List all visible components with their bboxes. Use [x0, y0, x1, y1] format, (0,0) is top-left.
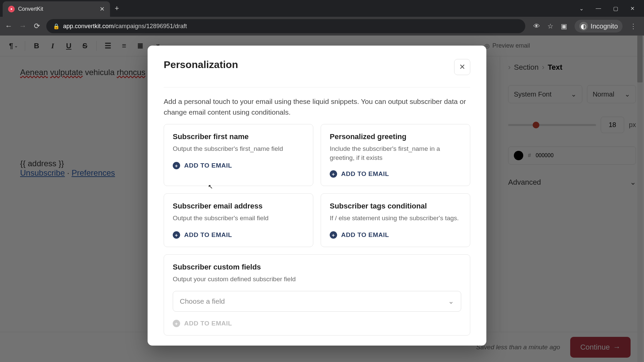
reload-button[interactable]: ⟳	[32, 22, 42, 31]
incognito-badge[interactable]: ◐ Incognito	[575, 20, 623, 33]
lock-icon: 🔒	[53, 23, 60, 29]
window-controls: ⌄ ― ▢ ✕	[579, 5, 641, 12]
custom-field-select[interactable]: Choose a field ⌄	[173, 291, 461, 312]
modal-description: Add a personal touch to your email using…	[164, 87, 470, 124]
card-subscriber-first-name: Subscriber first name Output the subscri…	[164, 124, 313, 186]
url-bar[interactable]: 🔒 app.convertkit.com/campaigns/12896951/…	[46, 19, 525, 33]
back-button[interactable]: ←	[4, 22, 13, 31]
bookmark-icon[interactable]: ☆	[547, 22, 553, 30]
card-custom-fields: Subscriber custom fields Output your cus…	[164, 254, 470, 336]
favicon	[8, 6, 15, 12]
add-to-email-button[interactable]: + ADD TO EMAIL	[173, 162, 304, 169]
close-tab-icon[interactable]: ✕	[100, 5, 105, 13]
modal-close-button[interactable]: ✕	[454, 59, 470, 75]
tab-title: ConvertKit	[18, 6, 96, 12]
plus-circle-icon: +	[173, 231, 180, 239]
card-tags-conditional: Subscriber tags conditional If / else st…	[321, 193, 470, 247]
card-desc: Include the subscriber's first_name in a…	[330, 144, 461, 162]
page: ¶ ⌄ B I U S ☰ ≡ ≣ ⇥ ◎ Preview email Aene…	[0, 36, 644, 362]
plus-circle-icon: +	[173, 162, 180, 169]
modal-title: Personalization	[164, 59, 238, 70]
address-bar: ← → ⟳ 🔒 app.convertkit.com/campaigns/128…	[0, 17, 644, 36]
minimize-icon[interactable]: ―	[596, 5, 601, 12]
card-title: Subscriber custom fields	[173, 263, 461, 272]
new-tab-button[interactable]: +	[115, 4, 119, 13]
card-title: Subscriber first name	[173, 132, 304, 141]
plus-circle-icon: +	[330, 231, 337, 239]
maximize-icon[interactable]: ▢	[613, 5, 618, 12]
card-desc: If / else statement using the subscriber…	[330, 214, 461, 223]
add-to-email-button[interactable]: + ADD TO EMAIL	[173, 231, 304, 239]
card-desc: Output your custom defined subscriber fi…	[173, 275, 461, 284]
close-window-icon[interactable]: ✕	[630, 5, 635, 12]
add-to-email-button[interactable]: + ADD TO EMAIL	[330, 170, 461, 178]
card-subscriber-email: Subscriber email address Output the subs…	[164, 193, 313, 247]
plus-circle-icon: +	[330, 170, 337, 178]
tabs-dropdown-icon[interactable]: ⌄	[579, 5, 584, 12]
card-title: Personalized greeting	[330, 132, 461, 141]
menu-icon[interactable]: ⋮	[630, 22, 637, 30]
browser-tab[interactable]: ConvertKit ✕	[3, 1, 110, 17]
card-title: Subscriber email address	[173, 202, 304, 210]
browser-chrome: ConvertKit ✕ + ⌄ ― ▢ ✕ ← → ⟳ 🔒 app.conve…	[0, 0, 644, 36]
plus-circle-icon: +	[173, 320, 180, 327]
add-to-email-button[interactable]: + ADD TO EMAIL	[330, 231, 461, 239]
close-icon: ✕	[459, 63, 465, 71]
add-to-email-button-disabled: + ADD TO EMAIL	[173, 320, 461, 327]
card-title: Subscriber tags conditional	[330, 202, 461, 210]
card-desc: Output the subscriber's first_name field	[173, 144, 304, 154]
url-text: app.convertkit.com/campaigns/12896951/dr…	[63, 23, 187, 30]
tab-bar: ConvertKit ✕ + ⌄ ― ▢ ✕	[0, 0, 644, 17]
incognito-icon: ◐	[579, 22, 588, 31]
eye-off-icon[interactable]: 👁	[533, 22, 540, 30]
card-personalized-greeting: Personalized greeting Include the subscr…	[321, 124, 470, 186]
chevron-down-icon: ⌄	[448, 297, 454, 305]
forward-button[interactable]: →	[18, 22, 28, 31]
card-desc: Output the subscriber's email field	[173, 214, 304, 223]
panel-icon[interactable]: ▣	[561, 22, 567, 30]
personalization-modal: Personalization ✕ Add a personal touch t…	[148, 46, 486, 346]
